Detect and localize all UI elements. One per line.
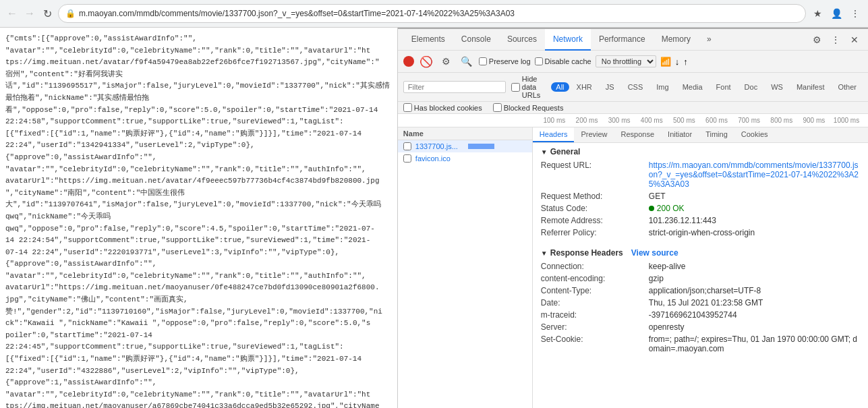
hide-data-urls-label[interactable]: Hide data URLs [511,75,546,99]
general-section-title: General [550,147,581,156]
preserve-log-text: Preserve log [489,57,531,65]
tab-network[interactable]: Network [545,29,591,51]
content-type-value: application/json;charset=UTF-8 [649,286,761,295]
m-traceid-row: m-traceid: -3971669621043952744 [541,310,860,320]
tab-elements[interactable]: Elements [403,29,453,51]
close-devtools-button[interactable]: ✕ [846,32,863,48]
filter-tag-other[interactable]: Other [832,82,863,92]
disable-cache-checkbox[interactable] [535,57,543,65]
tab-more[interactable]: » [699,29,720,51]
filter-tag-manifest[interactable]: Manifest [790,82,831,92]
tab-console[interactable]: Console [453,29,499,51]
filter-tag-js[interactable]: JS [600,82,620,92]
m-traceid-key: m-traceid: [541,310,649,320]
details-tab-timing[interactable]: Timing [699,127,734,142]
json-pane[interactable]: {"cmts":[{"approve":0,"assistAwardInfo":… [0,28,398,408]
date-value: Thu, 15 Jul 2021 01:23:58 GMT [649,298,763,308]
lock-icon: 🔒 [65,9,76,18]
request-method-key: Request Method: [541,192,649,201]
blocked-requests-checkbox[interactable] [493,103,502,112]
content-encoding-row: content-encoding: gzip [541,274,860,283]
address-bar[interactable]: 🔒 m.maoyan.com/mmdb/comments/movie/13377… [58,4,806,23]
wifi-icon: 📶 [660,57,671,67]
filter-tag-doc[interactable]: Doc [739,82,764,92]
file-checkbox-favicon[interactable] [403,154,411,163]
filter-type-tags: All XHR JS CSS Img Media Font Doc WS Man… [551,82,863,92]
referrer-policy-row: Referrer Policy: strict-origin-when-cros… [541,228,860,237]
remote-address-row: Remote Address: 101.236.12.11:443 [541,216,860,225]
reload-button[interactable]: ↻ [40,7,54,20]
response-headers-section: ▼ Response Headers View source Connectio… [533,244,868,360]
profile-button[interactable]: 👤 [829,6,844,21]
details-tab-headers[interactable]: Headers [533,127,575,142]
filter-tag-xhr[interactable]: XHR [571,82,598,92]
has-blocked-cookies-checkbox[interactable] [403,103,412,112]
file-item-favicon[interactable]: favicon.ico [398,152,532,165]
content-encoding-value: gzip [649,274,664,283]
preserve-log-checkbox[interactable] [479,57,487,65]
timeline-bar: 100 ms 200 ms 300 ms 400 ms 500 ms 600 m… [398,114,868,127]
name-column-header: Name [403,129,424,138]
connection-key: Connection: [541,262,649,271]
download-icon: ↓ [675,57,680,67]
hide-data-urls-checkbox[interactable] [511,83,520,92]
forward-button[interactable]: → [23,7,36,20]
connection-value: keep-alive [649,262,686,271]
blocked-requests-label[interactable]: Blocked Requests [493,103,564,112]
filter-tag-img[interactable]: Img [650,82,674,92]
set-cookie-key: Set-Cookie: [541,334,649,353]
server-value: openresty [649,322,685,332]
response-headers-title: Response Headers [550,248,623,258]
file-checkbox-1337700[interactable] [403,142,411,150]
content-type-row: Content-Type: application/json;charset=U… [541,286,860,295]
tab-memory[interactable]: Memory [654,29,699,51]
content-encoding-key: content-encoding: [541,274,649,283]
details-tab-response[interactable]: Response [614,127,662,142]
record-button[interactable] [403,56,414,67]
browser-chrome: ← → ↻ 🔒 m.maoyan.com/mmdb/comments/movie… [0,0,868,28]
bookmark-button[interactable]: ★ [810,6,825,21]
filter-tag-ws[interactable]: WS [765,82,789,92]
details-tab-cookies[interactable]: Cookies [734,127,775,142]
status-code-row: Status Code: 200 OK [541,204,860,213]
filter-input[interactable] [403,81,506,93]
has-blocked-cookies-label[interactable]: Has blocked cookies [403,103,482,112]
settings-button[interactable]: ⚙ [809,32,825,48]
blocked-bar: Has blocked cookies Blocked Requests [398,102,868,114]
status-dot [649,206,654,211]
blocked-requests-text: Blocked Requests [504,104,564,112]
remote-address-value: 101.236.12.11:443 [649,216,716,225]
filter-tag-media[interactable]: Media [676,82,709,92]
date-key: Date: [541,298,649,308]
search-button[interactable]: 🔍 [459,53,475,69]
filter-button[interactable]: ⚙ [438,53,455,69]
tab-sources[interactable]: Sources [499,29,545,51]
disable-cache-label[interactable]: Disable cache [535,57,591,65]
has-blocked-cookies-text: Has blocked cookies [414,104,482,112]
timeline-300ms: 300 ms [603,117,635,124]
file-item-1337700[interactable]: 1337700.js... [398,140,532,152]
filter-tag-all[interactable]: All [551,82,569,92]
details-tab-initiator[interactable]: Initiator [661,127,699,142]
network-content: Name 1337700.js... favicon.ico [398,127,868,408]
nav-bar: ← → ↻ 🔒 m.maoyan.com/mmdb/comments/movie… [0,0,868,27]
server-row: Server: openresty [541,322,860,332]
view-source-link[interactable]: View source [631,248,678,258]
preserve-log-label[interactable]: Preserve log [479,57,531,65]
throttling-select[interactable]: No throttling [596,55,656,67]
clear-button[interactable]: 🚫 [418,53,434,69]
set-cookie-row: Set-Cookie: from=; path=/; expires=Thu, … [541,334,860,353]
details-tab-preview[interactable]: Preview [574,127,614,142]
tab-performance[interactable]: Performance [591,29,654,51]
more-options-button[interactable]: ⋮ [828,32,844,48]
filter-tag-css[interactable]: CSS [622,82,649,92]
response-headers-toggle-icon: ▼ [541,250,548,257]
general-section-header[interactable]: ▼ General [541,147,860,156]
back-button[interactable]: ← [5,7,19,20]
response-headers-section-header[interactable]: ▼ Response Headers View source [541,248,860,258]
more-button[interactable]: ⋮ [848,6,863,21]
timeline-800ms: 800 ms [765,117,798,124]
disable-cache-text: Disable cache [545,57,591,65]
filter-tag-font[interactable]: Font [710,82,737,92]
timeline-600ms: 600 ms [700,117,732,124]
